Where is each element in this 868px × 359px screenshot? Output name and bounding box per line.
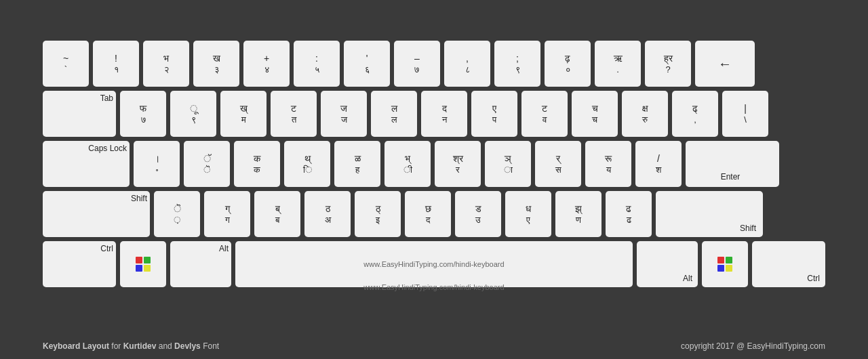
- key-7[interactable]: –७: [394, 41, 440, 87]
- key-equal[interactable]: ह्र?: [645, 41, 691, 87]
- key-j[interactable]: श्रर: [435, 141, 481, 187]
- key-b[interactable]: ठ्इ: [355, 191, 401, 237]
- key-u[interactable]: दन: [421, 91, 467, 137]
- shift-right-key[interactable]: Shift: [656, 191, 763, 237]
- enter-key[interactable]: Enter: [686, 141, 779, 187]
- tab-key[interactable]: Tab: [43, 91, 116, 137]
- key-0[interactable]: ढ़०: [545, 41, 591, 87]
- footer-label-bold: Keyboard Layout: [43, 341, 109, 351]
- windows-icon-right: [717, 257, 732, 272]
- row-2: Tab फ७ ू९ ख्म टत जज लल दन एप टव चच क्षरु…: [43, 91, 825, 137]
- key-e[interactable]: ख्म: [220, 91, 267, 137]
- key-bracket-r[interactable]: ढ्,: [672, 91, 718, 137]
- key-i[interactable]: एप: [471, 91, 517, 137]
- key-f[interactable]: थ्ि: [284, 141, 330, 187]
- key-n[interactable]: छद: [405, 191, 451, 237]
- footer-label-for: for: [111, 341, 123, 351]
- key-c[interactable]: ब्ब: [254, 191, 300, 237]
- key-2[interactable]: भ२: [143, 41, 189, 87]
- key-comma[interactable]: धए: [505, 191, 551, 237]
- key-semicolon[interactable]: रूय: [585, 141, 631, 187]
- key-3[interactable]: ख३: [193, 41, 239, 87]
- keyboard: ~` !१ भ२ ख३ +४ :५ '६ –७ ,८ ;९ ढ़० ऋ. ह्र…: [43, 41, 825, 291]
- footer-label-kurtidev: Kurtidev: [123, 341, 157, 351]
- footer-label-font: Font: [203, 341, 219, 351]
- footer: Keyboard Layout for Kurtidev and Devlys …: [43, 341, 825, 351]
- key-6[interactable]: '६: [344, 41, 390, 87]
- key-q[interactable]: फ७: [120, 91, 166, 137]
- footer-label-devlys: Devlys: [174, 341, 201, 351]
- key-bracket-l[interactable]: क्षरु: [622, 91, 668, 137]
- key-g[interactable]: ळह: [334, 141, 380, 187]
- key-h[interactable]: भ्ी: [384, 141, 431, 187]
- shift-left-key[interactable]: Shift: [43, 191, 150, 237]
- key-slash[interactable]: ढढ: [606, 191, 652, 237]
- key-z[interactable]: ॆ़: [154, 191, 200, 237]
- key-l[interactable]: र्स: [535, 141, 581, 187]
- key-period[interactable]: झ्ण: [555, 191, 601, 237]
- row-1: ~` !१ भ२ ख३ +४ :५ '६ –७ ,८ ;९ ढ़० ऋ. ह्र…: [43, 41, 825, 87]
- footer-right-text: copyright 2017 @ EasyHindiTyping.com: [681, 341, 825, 351]
- key-backslash[interactable]: |\: [722, 91, 768, 137]
- key-w[interactable]: ू९: [170, 91, 216, 137]
- footer-left-text: Keyboard Layout for Kurtidev and Devlys …: [43, 341, 219, 351]
- key-4[interactable]: +४: [243, 41, 290, 87]
- ctrl-right-key[interactable]: Ctrl: [752, 241, 825, 287]
- win-right-key[interactable]: [702, 241, 748, 287]
- key-m[interactable]: डउ: [455, 191, 501, 237]
- alt-left-key[interactable]: Alt: [170, 241, 231, 287]
- space-key[interactable]: www.EasyHindiTyping.com/hindi-keyboard: [235, 241, 633, 287]
- key-quote[interactable]: /श: [635, 141, 682, 187]
- alt-right-key[interactable]: Alt: [637, 241, 698, 287]
- windows-icon-left: [136, 257, 151, 272]
- row-3: Caps Lock ।॰ ॅॆ कक थ्ि ळह भ्ी श्रर ञ्ा र…: [43, 141, 825, 187]
- row-5: Ctrl Alt www.EasyHindiTyping.com/hindi-k…: [43, 241, 825, 287]
- key-backtick[interactable]: ~`: [43, 41, 89, 87]
- key-8[interactable]: ,८: [444, 41, 490, 87]
- key-v[interactable]: ठअ: [304, 191, 351, 237]
- key-1[interactable]: !१: [93, 41, 139, 87]
- footer-label-and: and: [159, 341, 174, 351]
- key-9[interactable]: ;९: [494, 41, 540, 87]
- key-t[interactable]: जज: [321, 91, 367, 137]
- key-o[interactable]: टव: [521, 91, 568, 137]
- key-p[interactable]: चच: [572, 91, 618, 137]
- win-left-key[interactable]: [120, 241, 166, 287]
- key-y[interactable]: लल: [371, 91, 417, 137]
- caps-lock-key[interactable]: Caps Lock: [43, 141, 130, 187]
- key-k[interactable]: ञ्ा: [485, 141, 531, 187]
- key-minus[interactable]: ऋ.: [595, 41, 641, 87]
- key-a[interactable]: ।॰: [134, 141, 180, 187]
- key-r[interactable]: टत: [271, 91, 317, 137]
- key-x[interactable]: ग्ग: [204, 191, 250, 237]
- ctrl-left-key[interactable]: Ctrl: [43, 241, 116, 287]
- key-s[interactable]: ॅॆ: [184, 141, 230, 187]
- key-5[interactable]: :५: [294, 41, 340, 87]
- backspace-key[interactable]: ←: [695, 41, 755, 87]
- row-4: Shift ॆ़ ग्ग ब्ब ठअ ठ्इ छद डउ धए झ्ण ढढ …: [43, 191, 825, 237]
- key-d[interactable]: कक: [234, 141, 280, 187]
